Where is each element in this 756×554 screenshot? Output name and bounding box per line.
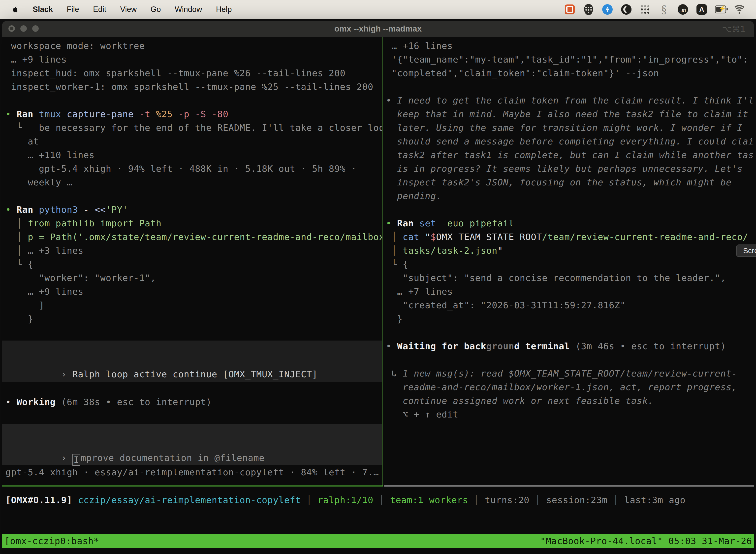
window-title-bar[interactable]: omx --xhigh --madmax ⌥⌘1	[2, 21, 754, 37]
terminal-line: is in progress? It seems likely but perh…	[386, 162, 754, 175]
menu-app-name[interactable]: Slack	[33, 5, 53, 14]
terminal-line: should send a message before completing …	[386, 134, 754, 148]
terminal-line: │ … +3 lines	[5, 244, 381, 258]
terminal-line: … +9 lines	[5, 53, 381, 66]
terminal-line: [OMX#0.11.9] cczip/essay/ai-reimplementa…	[5, 493, 754, 507]
pane-left-hud[interactable]: workspace_mode: worktree … +9 lines insp…	[2, 37, 382, 486]
a-app-icon[interactable]: A	[696, 4, 707, 15]
chevron-icon: ›	[61, 369, 72, 379]
tmux-host-clock: "MacBook-Pro-44.local" 05:03 31-Mar-26	[540, 534, 752, 548]
terminal-window: omx --xhigh --madmax ⌥⌘1 workspace_mode:…	[2, 21, 754, 554]
terminal-line: ↳ 1 new msg(s): read $OMX_TEAM_STATE_ROO…	[386, 367, 754, 380]
tmux-status-bar: [omx-cczip0:bash* "MacBook-Pro-44.local"…	[2, 534, 754, 548]
menu-item-edit[interactable]: Edit	[93, 5, 106, 14]
menu-status-icons: § ..61 A ⚡	[564, 4, 745, 15]
terminal-line: task2 after task1 is complete, but can I…	[386, 148, 754, 162]
inactive-pane-border	[384, 486, 754, 487]
spark-icon[interactable]	[602, 4, 613, 15]
window-title: omx --xhigh --madmax	[2, 21, 754, 37]
squiggle-icon[interactable]: §	[658, 4, 670, 15]
window-shortcut-badge: ⌥⌘1	[722, 21, 746, 37]
terminal-line: └ {	[386, 258, 754, 271]
terminal-line: │ tasks/task-2.json"	[386, 244, 754, 258]
terminal-line: inspect_worker-1: omx sparkshell --tmux-…	[5, 80, 381, 94]
left-prompt-placeholder: mprove documentation in @filename	[81, 453, 265, 463]
terminal-line: │ from pathlib import Path	[5, 216, 381, 230]
terminal-line	[386, 326, 754, 339]
apple-menu-icon[interactable]	[11, 4, 20, 15]
terminal-line: inspect task2's JSON, focusing on the st…	[386, 175, 754, 189]
wifi-icon[interactable]	[734, 4, 745, 15]
terminal-line: … +7 lines	[386, 285, 754, 298]
terminal-line: keep that in mind. Maybe I also need the…	[386, 107, 754, 121]
terminal-line: └ {	[5, 258, 381, 271]
terminal-line: … +9 lines	[5, 285, 381, 298]
terminal-line: │ p = Path('.omx/state/team/review-curre…	[5, 230, 381, 244]
menu-item-go[interactable]: Go	[150, 5, 161, 14]
omx-hud-status-line: [OMX#0.11.9] cczip/essay/ai-reimplementa…	[5, 493, 754, 507]
ralph-loop-banner: › Ralph loop active continue [OMX_TMUX_I…	[2, 340, 382, 382]
terminal-line: … +16 lines	[386, 39, 754, 53]
terminal-line: workspace_mode: worktree	[5, 39, 381, 53]
menu-item-window[interactable]: Window	[175, 5, 202, 14]
chat-app-icon[interactable]	[564, 4, 575, 15]
terminal-line: readme-and-reco/mailbox/worker-1.json, a…	[386, 380, 754, 394]
terminal-line: │ cat "$OMX_TEAM_STATE_ROOT/team/review-…	[386, 230, 754, 244]
terminal-line: "completed","claim_token":"claim-token"}…	[386, 66, 754, 80]
terminal-line: "worker": "worker-1",	[5, 271, 381, 285]
screen-share-tooltip: Scre	[736, 244, 756, 257]
badge-61-icon[interactable]: ..61	[677, 4, 689, 15]
pane-divider[interactable]	[382, 37, 383, 486]
menu-item-help[interactable]: Help	[216, 5, 232, 14]
left-prompt-input[interactable]: › Improve documentation in @filename	[2, 424, 382, 465]
terminal-line: └ be necessary for the end of the README…	[5, 121, 381, 134]
shield-icon[interactable]	[583, 4, 594, 15]
terminal-line: continue assigned work or next feasible …	[386, 394, 754, 407]
left-scrollback: workspace_mode: worktree … +9 lines insp…	[5, 39, 381, 326]
terminal-line	[5, 94, 381, 107]
menu-bar: Slack File Edit View Go Window Help § ..…	[0, 0, 756, 19]
battery-icon[interactable]: ⚡	[715, 4, 726, 15]
terminal-line: inspect_hud: omx sparkshell --tmux-pane …	[5, 66, 381, 80]
terminal-line: ⌥ + ↑ edit	[386, 407, 754, 421]
terminal-line: }	[5, 312, 381, 326]
left-model-status: gpt-5.4 xhigh · essay/ai-reimplementatio…	[5, 465, 382, 479]
terminal-line: • Waiting for background terminal (3m 46…	[386, 339, 754, 353]
terminal-line: weekly …	[5, 175, 381, 189]
terminal-line: "subject": "send a concise recommendatio…	[386, 271, 754, 285]
dots-grid-icon[interactable]	[639, 4, 651, 15]
terminal-line: • Ran tmux capture-pane -t %25 -p -S -80	[5, 107, 381, 121]
terminal-line	[386, 353, 754, 367]
pane-right-worker[interactable]: … +16 lines '{"team_name":"my-team","tas…	[384, 37, 754, 486]
terminal-cursor: I	[72, 454, 80, 466]
terminal-line: }	[386, 312, 754, 326]
terminal-line: '{"team_name":"my-team","task_id":"1","f…	[386, 53, 754, 66]
ralph-loop-text: Ralph loop active continue [OMX_TMUX_INJ…	[72, 369, 318, 379]
terminal-line: ]	[5, 298, 381, 312]
prompt-chevron-icon: ›	[61, 453, 72, 463]
terminal-line: "created_at": "2026-03-31T11:59:27.816Z"	[386, 298, 754, 312]
terminal-line	[5, 189, 381, 203]
tmux-session-label: [omx-cczip0:bash*	[4, 534, 99, 548]
terminal-line: pending.	[386, 189, 754, 203]
right-scrollback: … +16 lines '{"team_name":"my-team","tas…	[386, 39, 754, 421]
terminal-line	[386, 80, 754, 94]
terminal-line: later. Using the same for transition mig…	[386, 121, 754, 134]
terminal-line: • Working (6m 38s • esc to interrupt)	[5, 395, 382, 409]
terminal-content: workspace_mode: worktree … +9 lines insp…	[2, 37, 754, 554]
terminal-line: • Ran python3 - <<'PY'	[5, 203, 381, 216]
terminal-line: gpt-5.4 xhigh · 94% left · 488K in · 5.1…	[5, 162, 381, 175]
terminal-line	[386, 203, 754, 216]
menu-item-view[interactable]: View	[120, 5, 137, 14]
menu-item-file[interactable]: File	[67, 5, 79, 14]
terminal-line: at	[5, 134, 381, 148]
terminal-line: • I need to get the claim token from the…	[386, 94, 754, 107]
working-status-line: • Working (6m 38s • esc to interrupt)	[5, 395, 382, 409]
terminal-line: … +110 lines	[5, 148, 381, 162]
moon-circle-icon[interactable]	[621, 4, 632, 15]
active-pane-border	[2, 486, 383, 487]
terminal-line: • Ran set -euo pipefail	[386, 216, 754, 230]
